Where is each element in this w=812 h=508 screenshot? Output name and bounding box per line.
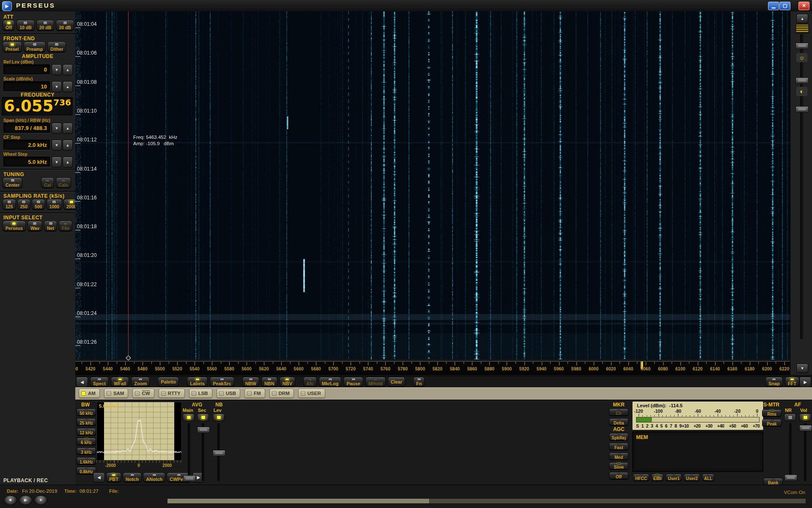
3-khz-button[interactable]: 3 kHz xyxy=(77,447,96,455)
dither-button[interactable]: Dither xyxy=(47,41,66,52)
12-khz-button[interactable]: 12 kHz xyxy=(77,428,96,436)
nb-level-slider-handle[interactable] xyxy=(213,450,225,456)
record-button[interactable]: ● xyxy=(34,495,48,505)
lsb-button[interactable]: LSB xyxy=(189,389,212,398)
wfall-button[interactable]: WFall xyxy=(111,377,129,387)
fm-button[interactable]: FM xyxy=(244,389,265,398)
avg-main-enable-button[interactable] xyxy=(183,414,195,421)
speed-slider-handle[interactable] xyxy=(796,43,809,49)
waterfall-display[interactable]: 08:01:0408:01:0608:01:0808:01:1008:01:12… xyxy=(75,11,790,359)
peak-button[interactable]: Peak xyxy=(762,419,782,427)
am-button[interactable]: AM xyxy=(79,389,100,398)
scroll-down-button[interactable]: ▼ xyxy=(796,364,808,373)
clear-button[interactable]: Clear xyxy=(388,377,406,387)
delta-button[interactable]: Delta xyxy=(609,418,628,426)
usb-button[interactable]: USB xyxy=(217,389,240,398)
250-button[interactable]: 250 xyxy=(17,199,31,210)
palette-button[interactable]: Palette xyxy=(158,377,179,387)
zoom-button[interactable]: Zoom xyxy=(131,377,150,387)
125-button[interactable]: 125 xyxy=(3,199,16,210)
off-button[interactable]: Off xyxy=(609,472,628,480)
wheel-step-down-button[interactable]: ▼ xyxy=(52,157,62,168)
wheel-step-value[interactable]: 5.0 kHz xyxy=(3,157,50,167)
rtty-button[interactable]: RTTY xyxy=(159,389,185,398)
wheel-step-up-button[interactable]: ▲ xyxy=(63,157,73,168)
scale-value[interactable]: 10 xyxy=(3,81,50,91)
ref-lev-value[interactable]: 0 xyxy=(3,64,50,75)
preamp-button[interactable]: Preamp xyxy=(24,41,46,52)
fft-button[interactable]: FFT xyxy=(785,377,799,387)
span-down-button[interactable]: ▼ xyxy=(52,123,62,134)
eibi-button[interactable]: EIBI xyxy=(651,474,664,481)
scale-up-button[interactable]: ▲ xyxy=(63,81,73,92)
avg-main-slider-handle[interactable] xyxy=(183,475,196,482)
nbn-button[interactable]: NBN xyxy=(261,377,277,387)
30-db-button[interactable]: 30 dB xyxy=(56,20,74,31)
avg-sec-slider-handle[interactable] xyxy=(197,427,210,433)
user1-button[interactable]: User1 xyxy=(666,474,682,481)
sam-button[interactable]: SAM xyxy=(104,389,129,398)
scale-down-button[interactable]: ▼ xyxy=(52,81,62,92)
peaksrc-button[interactable]: PeakSrc xyxy=(210,377,234,387)
nr-slider[interactable] xyxy=(784,423,797,481)
cw-button[interactable]: CW xyxy=(132,389,154,398)
all-button[interactable]: ALL xyxy=(702,474,714,481)
fn-button[interactable]: Fn xyxy=(413,377,425,387)
500-button[interactable]: 500 xyxy=(32,199,45,210)
frequency-display[interactable]: 6.055736 xyxy=(2,97,73,116)
cf-step-up-button[interactable]: ▲ xyxy=(63,140,73,151)
user-button[interactable]: USER xyxy=(298,389,325,398)
notch-button[interactable]: Notch xyxy=(123,472,142,483)
cf-step-down-button[interactable]: ▼ xyxy=(52,140,62,151)
spect-button[interactable]: Spect xyxy=(90,377,109,387)
waterfall-canvas[interactable] xyxy=(75,11,790,359)
nbv-button[interactable]: NBV xyxy=(280,377,295,387)
minimize-icon[interactable]: ▁ xyxy=(768,2,779,10)
50-khz-button[interactable]: 50 kHz xyxy=(77,409,96,416)
net-button[interactable]: Net xyxy=(44,221,57,232)
volume-slider-handle[interactable] xyxy=(799,425,812,431)
center-button[interactable]: Center xyxy=(3,177,22,188)
scroll-up-button[interactable]: ▲ xyxy=(796,14,808,23)
nb-enable-button[interactable] xyxy=(213,414,225,421)
nbw-button[interactable]: NBW xyxy=(242,377,259,387)
25-khz-button[interactable]: 25 kHz xyxy=(77,418,96,426)
6-khz-button[interactable]: 6 kHz xyxy=(77,438,96,445)
1000-button[interactable]: 1000 xyxy=(47,199,62,210)
presel-button[interactable]: Presel xyxy=(3,41,22,52)
cf-step-value[interactable]: 2.0 kHz xyxy=(3,140,50,150)
pause-button[interactable]: Pause xyxy=(343,377,363,387)
close-icon[interactable]: ✕ xyxy=(798,2,809,10)
span-rbw-value[interactable]: 837.9 / 488.3 xyxy=(3,123,50,133)
stop-button[interactable]: ■ xyxy=(3,495,17,505)
user2-button[interactable]: User2 xyxy=(684,474,700,481)
anotch-button[interactable]: ANotch xyxy=(143,472,165,483)
ref-lev-up-button[interactable]: ▲ xyxy=(63,64,73,75)
nr-enable-button[interactable] xyxy=(784,414,796,421)
slow-button[interactable]: Slow xyxy=(609,462,628,470)
hfcc-button[interactable]: HFCC xyxy=(633,474,649,481)
toolbar-scroll-left-icon[interactable]: ◀ xyxy=(76,377,88,388)
med-button[interactable]: Med xyxy=(609,453,628,460)
pbt-button[interactable]: PBT xyxy=(106,472,121,483)
contrast-slider-handle[interactable] xyxy=(796,106,809,113)
mkrlog-button[interactable]: MkrLog xyxy=(319,377,342,387)
labels-button[interactable]: Labels xyxy=(187,377,208,387)
spkrej-button[interactable]: SpkRej xyxy=(609,433,628,441)
frequency-axis[interactable]: 5400542054405460548055005520554055605580… xyxy=(75,361,790,375)
nr-slider-handle[interactable] xyxy=(785,475,797,481)
snap-button[interactable]: Snap xyxy=(765,377,783,387)
avg-sec-slider[interactable] xyxy=(197,423,209,481)
volume-slider[interactable] xyxy=(799,423,812,481)
wav-button[interactable]: Wav xyxy=(27,221,42,232)
nb-level-slider[interactable] xyxy=(212,423,225,481)
toolbar-scroll-right-icon[interactable]: ▶ xyxy=(799,377,811,388)
drm-button[interactable]: DRM xyxy=(269,389,294,398)
play-button[interactable]: ▶ xyxy=(19,495,33,505)
avg-sec-enable-button[interactable] xyxy=(197,414,209,421)
filter-scroll-left-icon[interactable]: ◀ xyxy=(93,472,105,483)
brightness-slider-handle[interactable] xyxy=(796,77,809,84)
ref-lev-down-button[interactable]: ▼ xyxy=(52,64,62,75)
off-button[interactable]: Off xyxy=(3,20,15,31)
10-db-button[interactable]: 10 dB xyxy=(16,20,35,31)
